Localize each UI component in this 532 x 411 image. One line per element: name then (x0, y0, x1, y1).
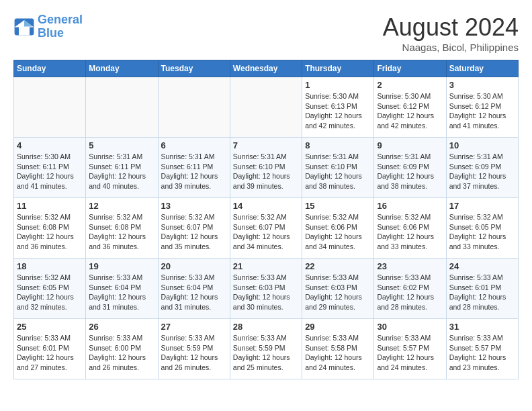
day-info: Sunrise: 5:32 AM Sunset: 6:07 PM Dayligh… (161, 212, 227, 252)
month-title: August 2024 (383, 13, 519, 42)
location: Naagas, Bicol, Philippines (383, 42, 519, 53)
logo-general: General (38, 13, 83, 26)
header-day-wednesday: Wednesday (230, 60, 302, 77)
header-day-friday: Friday (374, 60, 446, 77)
day-info: Sunrise: 5:31 AM Sunset: 6:11 PM Dayligh… (161, 152, 227, 191)
day-info: Sunrise: 5:30 AM Sunset: 6:12 PM Dayligh… (377, 91, 443, 131)
calendar-cell (86, 77, 158, 138)
day-info: Sunrise: 5:33 AM Sunset: 6:03 PM Dayligh… (305, 273, 371, 312)
calendar-cell: 17Sunrise: 5:32 AM Sunset: 6:05 PM Dayli… (446, 198, 518, 259)
calendar-cell: 27Sunrise: 5:33 AM Sunset: 5:59 PM Dayli… (158, 319, 230, 379)
calendar-cell: 10Sunrise: 5:31 AM Sunset: 6:09 PM Dayli… (446, 138, 518, 198)
day-number: 21 (233, 261, 299, 271)
day-number: 9 (377, 140, 443, 150)
day-number: 23 (377, 261, 443, 271)
day-info: Sunrise: 5:31 AM Sunset: 6:10 PM Dayligh… (305, 152, 371, 191)
week-row-0: 1Sunrise: 5:30 AM Sunset: 6:13 PM Daylig… (14, 77, 519, 138)
day-info: Sunrise: 5:32 AM Sunset: 6:06 PM Dayligh… (377, 212, 443, 252)
day-number: 6 (161, 140, 227, 150)
calendar-cell: 22Sunrise: 5:33 AM Sunset: 6:03 PM Dayli… (302, 259, 374, 319)
logo-icon (13, 17, 35, 36)
day-info: Sunrise: 5:33 AM Sunset: 5:57 PM Dayligh… (449, 333, 515, 373)
calendar-cell: 24Sunrise: 5:33 AM Sunset: 6:01 PM Dayli… (446, 259, 518, 319)
day-info: Sunrise: 5:30 AM Sunset: 6:11 PM Dayligh… (17, 152, 83, 191)
calendar-cell: 30Sunrise: 5:33 AM Sunset: 5:57 PM Dayli… (374, 319, 446, 379)
day-info: Sunrise: 5:31 AM Sunset: 6:10 PM Dayligh… (233, 152, 299, 191)
calendar-cell: 4Sunrise: 5:30 AM Sunset: 6:11 PM Daylig… (14, 138, 86, 198)
day-info: Sunrise: 5:33 AM Sunset: 6:01 PM Dayligh… (17, 333, 83, 373)
day-number: 29 (305, 322, 371, 332)
day-info: Sunrise: 5:32 AM Sunset: 6:06 PM Dayligh… (305, 212, 371, 252)
calendar-cell: 28Sunrise: 5:33 AM Sunset: 5:59 PM Dayli… (230, 319, 302, 379)
day-number: 8 (305, 140, 371, 150)
calendar-cell (14, 77, 86, 138)
calendar-cell: 11Sunrise: 5:32 AM Sunset: 6:08 PM Dayli… (14, 198, 86, 259)
day-number: 5 (89, 140, 154, 150)
calendar-cell: 29Sunrise: 5:33 AM Sunset: 5:58 PM Dayli… (302, 319, 374, 379)
calendar-cell: 13Sunrise: 5:32 AM Sunset: 6:07 PM Dayli… (158, 198, 230, 259)
week-row-2: 11Sunrise: 5:32 AM Sunset: 6:08 PM Dayli… (14, 198, 519, 259)
calendar-cell: 8Sunrise: 5:31 AM Sunset: 6:10 PM Daylig… (302, 138, 374, 198)
day-info: Sunrise: 5:31 AM Sunset: 6:09 PM Dayligh… (377, 152, 443, 191)
day-number: 3 (449, 80, 515, 90)
day-info: Sunrise: 5:32 AM Sunset: 6:08 PM Dayligh… (17, 212, 83, 252)
day-number: 16 (377, 201, 443, 211)
calendar-cell: 31Sunrise: 5:33 AM Sunset: 5:57 PM Dayli… (446, 319, 518, 379)
calendar-cell: 5Sunrise: 5:31 AM Sunset: 6:11 PM Daylig… (86, 138, 158, 198)
day-info: Sunrise: 5:32 AM Sunset: 6:07 PM Dayligh… (233, 212, 299, 252)
week-row-1: 4Sunrise: 5:30 AM Sunset: 6:11 PM Daylig… (14, 138, 519, 198)
week-row-4: 25Sunrise: 5:33 AM Sunset: 6:01 PM Dayli… (14, 319, 519, 379)
day-number: 13 (161, 201, 227, 211)
day-number: 22 (305, 261, 371, 271)
day-info: Sunrise: 5:31 AM Sunset: 6:11 PM Dayligh… (89, 152, 154, 191)
day-number: 24 (449, 261, 515, 271)
day-info: Sunrise: 5:32 AM Sunset: 6:05 PM Dayligh… (449, 212, 515, 252)
logo-blue: Blue (38, 27, 83, 40)
day-info: Sunrise: 5:33 AM Sunset: 5:59 PM Dayligh… (233, 333, 299, 373)
day-info: Sunrise: 5:33 AM Sunset: 6:03 PM Dayligh… (233, 273, 299, 312)
day-number: 28 (233, 322, 299, 332)
calendar-header: SundayMondayTuesdayWednesdayThursdayFrid… (14, 60, 519, 77)
calendar-cell: 3Sunrise: 5:30 AM Sunset: 6:12 PM Daylig… (446, 77, 518, 138)
day-number: 20 (161, 261, 227, 271)
calendar-cell: 26Sunrise: 5:33 AM Sunset: 6:00 PM Dayli… (86, 319, 158, 379)
day-number: 11 (17, 201, 83, 211)
day-info: Sunrise: 5:33 AM Sunset: 5:58 PM Dayligh… (305, 333, 371, 373)
day-number: 7 (233, 140, 299, 150)
day-number: 27 (161, 322, 227, 332)
day-info: Sunrise: 5:33 AM Sunset: 6:00 PM Dayligh… (89, 333, 154, 373)
logo: General Blue (13, 13, 83, 40)
calendar-cell: 15Sunrise: 5:32 AM Sunset: 6:06 PM Dayli… (302, 198, 374, 259)
day-info: Sunrise: 5:33 AM Sunset: 5:57 PM Dayligh… (377, 333, 443, 373)
day-number: 2 (377, 80, 443, 90)
day-info: Sunrise: 5:32 AM Sunset: 6:08 PM Dayligh… (89, 212, 154, 252)
calendar-cell: 2Sunrise: 5:30 AM Sunset: 6:12 PM Daylig… (374, 77, 446, 138)
header-day-monday: Monday (86, 60, 158, 77)
calendar-body: 1Sunrise: 5:30 AM Sunset: 6:13 PM Daylig… (14, 77, 519, 379)
page-header: General Blue August 2024 Naagas, Bicol, … (13, 13, 519, 53)
calendar-cell: 21Sunrise: 5:33 AM Sunset: 6:03 PM Dayli… (230, 259, 302, 319)
calendar-cell: 6Sunrise: 5:31 AM Sunset: 6:11 PM Daylig… (158, 138, 230, 198)
calendar-cell: 19Sunrise: 5:33 AM Sunset: 6:04 PM Dayli… (86, 259, 158, 319)
header-day-thursday: Thursday (302, 60, 374, 77)
day-info: Sunrise: 5:33 AM Sunset: 6:04 PM Dayligh… (89, 273, 154, 312)
day-number: 10 (449, 140, 515, 150)
calendar-cell: 7Sunrise: 5:31 AM Sunset: 6:10 PM Daylig… (230, 138, 302, 198)
calendar-cell: 18Sunrise: 5:32 AM Sunset: 6:05 PM Dayli… (14, 259, 86, 319)
day-number: 4 (17, 140, 83, 150)
title-block: August 2024 Naagas, Bicol, Philippines (383, 13, 519, 53)
calendar-cell (230, 77, 302, 138)
week-row-3: 18Sunrise: 5:32 AM Sunset: 6:05 PM Dayli… (14, 259, 519, 319)
header-day-saturday: Saturday (446, 60, 518, 77)
day-info: Sunrise: 5:33 AM Sunset: 6:04 PM Dayligh… (161, 273, 227, 312)
day-number: 31 (449, 322, 515, 332)
header-day-tuesday: Tuesday (158, 60, 230, 77)
day-number: 19 (89, 261, 154, 271)
logo-text: General Blue (38, 13, 83, 40)
day-number: 1 (305, 80, 371, 90)
header-row: SundayMondayTuesdayWednesdayThursdayFrid… (14, 60, 519, 77)
calendar-cell: 14Sunrise: 5:32 AM Sunset: 6:07 PM Dayli… (230, 198, 302, 259)
calendar-table: SundayMondayTuesdayWednesdayThursdayFrid… (13, 60, 519, 379)
calendar-cell: 12Sunrise: 5:32 AM Sunset: 6:08 PM Dayli… (86, 198, 158, 259)
day-info: Sunrise: 5:33 AM Sunset: 5:59 PM Dayligh… (161, 333, 227, 373)
